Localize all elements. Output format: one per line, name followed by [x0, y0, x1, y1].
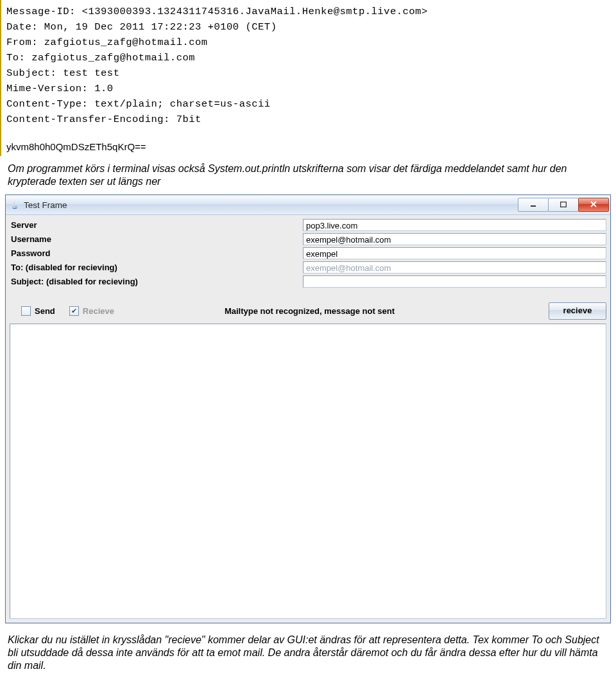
- window-title: Test Frame: [24, 200, 518, 210]
- server-input[interactable]: pop3.live.com: [303, 219, 606, 231]
- form-area: Server pop3.live.com Username exempel@ho…: [6, 215, 610, 288]
- document-paragraph-1: Om programmet körs i terminal visas ocks…: [0, 156, 616, 188]
- close-icon: [590, 200, 597, 209]
- send-checkbox[interactable]: [21, 306, 31, 316]
- header-from: From: zafgiotus_zafg@hotmail.com: [6, 35, 611, 50]
- send-checkbox-label: Send: [35, 306, 55, 316]
- status-message: Mailtype not recognized, message not sen…: [128, 306, 549, 316]
- minimize-icon: [530, 201, 536, 209]
- to-label: To: (disabled for recieving): [10, 263, 303, 272]
- subject-input: [303, 275, 606, 288]
- header-subject: Subject: test test: [6, 65, 611, 81]
- window-close-button[interactable]: [578, 198, 609, 212]
- recieve-button[interactable]: recieve: [549, 302, 606, 320]
- test-frame-window: Test Frame: [5, 195, 611, 623]
- svg-rect-1: [561, 202, 567, 207]
- password-label: Password: [10, 248, 303, 258]
- java-icon: [10, 200, 20, 210]
- controls-row: Send ✔ Recieve Mailtype not recognized, …: [6, 288, 610, 324]
- maximize-icon: [560, 201, 567, 209]
- raw-email-headers: Message-ID: <1393000393.1324311745316.Ja…: [0, 0, 616, 141]
- username-input[interactable]: exempel@hotmail.com: [303, 233, 606, 245]
- recieve-checkbox-label: Recieve: [83, 306, 114, 316]
- window-minimize-button[interactable]: [518, 198, 549, 212]
- header-content-type: Content-Type: text/plain; charset=us-asc…: [6, 96, 611, 112]
- to-input: exempel@hotmail.com: [303, 261, 606, 273]
- svg-rect-0: [531, 205, 536, 207]
- encoded-line: ykvm8h0h0QmDSzETh5qKrQ==: [6, 141, 611, 152]
- document-paragraph-2: Klickar du nu istället in krysslådan "re…: [0, 623, 616, 676]
- header-mime: Mime-Version: 1.0: [6, 81, 611, 96]
- server-label: Server: [10, 220, 303, 230]
- username-label: Username: [10, 234, 303, 244]
- recieve-checkbox[interactable]: ✔: [69, 306, 79, 316]
- message-textarea[interactable]: [10, 324, 606, 619]
- encoded-body: ykvm8h0h0QmDSzETh5qKrQ==: [0, 141, 616, 156]
- header-to: To: zafgiotus_zafg@hotmail.com: [6, 50, 611, 65]
- checkmark-icon: ✔: [71, 308, 77, 315]
- header-message-id: Message-ID: <1393000393.1324311745316.Ja…: [6, 4, 611, 19]
- subject-label: Subject: (disabled for recieving): [10, 277, 303, 286]
- titlebar: Test Frame: [6, 195, 610, 215]
- header-date: Date: Mon, 19 Dec 2011 17:22:23 +0100 (C…: [6, 19, 611, 35]
- window-maximize-button[interactable]: [548, 198, 579, 212]
- header-content-transfer-encoding: Content-Transfer-Encoding: 7bit: [6, 112, 611, 127]
- password-input[interactable]: exempel: [303, 247, 606, 259]
